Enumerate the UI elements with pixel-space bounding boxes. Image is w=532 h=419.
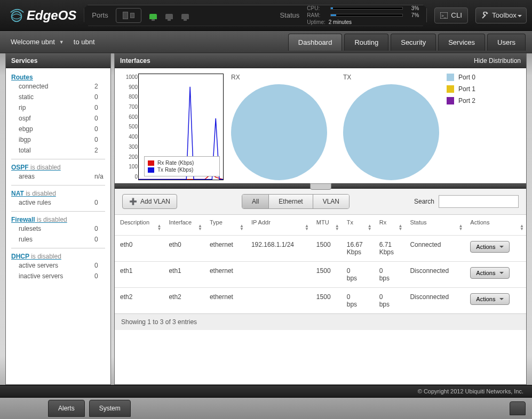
filter-ethernet[interactable]: Ethernet [269,195,313,208]
sidebar-section-firewall[interactable]: Firewall is disabled [11,216,105,223]
welcome-text[interactable]: Welcome ubnt [11,38,55,46]
sidebar-body: Routesconnected2static0rip0ospf0ebgp0ibg… [6,68,110,384]
eth0-port-icon [149,12,157,19]
table-row: eth0eth0ethernet192.168.1.1/24150016.67K… [115,236,526,262]
tx-legend-label: Tx Rate (Kbps) [157,167,193,173]
status-label: Status [280,11,299,19]
sidebar-header: Services [6,54,110,68]
col-interface[interactable]: Interface▲▼ [163,215,204,236]
uptime-value: 2 minutes [329,19,352,25]
sidebar-row: ebgp0 [11,124,105,134]
svg-text:>_: >_ [441,13,447,18]
sidebar-row: inactive servers0 [11,271,105,281]
search-label: Search [414,198,434,205]
brand-text: EdgeOS [27,8,76,23]
sidebar-row: connected2 [11,81,105,92]
filter-vlan[interactable]: VLAN [313,195,349,208]
eth1-port-icon [165,12,173,19]
pie-charts: RX TX [231,74,439,180]
hide-distribution-link[interactable]: Hide Distribution [474,57,521,65]
table-row: eth1eth1ethernet15000bps0bpsDisconnected… [115,262,526,288]
col-type[interactable]: Type▲▼ [204,215,246,236]
tx-pie-label: TX [343,74,351,81]
row-actions-button[interactable]: Actions [470,241,510,253]
tx-swatch [148,167,154,173]
eth2-port-icon [181,12,189,19]
sidebar-row: rip0 [11,102,105,113]
sidebar-title: Services [11,57,37,65]
port-legend-item: Port 0 [447,74,475,81]
table-row: eth2eth2ethernet15000bps0bpsDisconnected… [115,288,526,314]
col-actions[interactable]: Actions▲▼ [465,215,526,236]
sidebar-row: rulesets0 [11,223,105,234]
add-vlan-button[interactable]: ➕ Add VLAN [122,194,177,209]
col-ip-addr[interactable]: IP Addr▲▼ [246,215,311,236]
tx-pie [343,84,439,180]
interface-toolbar: ➕ Add VLAN AllEthernetVLAN Search [115,189,526,215]
aux-port-icon [130,13,134,18]
port-icons-group [116,8,141,23]
rx-pie-block: RX [231,74,327,180]
tab-users[interactable]: Users [487,34,526,51]
sidebar-section-nat[interactable]: NAT is disabled [11,190,105,197]
brand-logo: EdgeOS [9,7,76,23]
filter-segment: AllEthernetVLAN [242,194,350,209]
sidebar-section-routes[interactable]: Routes [11,74,105,81]
topbar: EdgeOS Ports Status CPU: 3% [0,0,532,31]
console-port-icon [123,12,128,19]
port-legend: Port 0Port 1Port 2 [447,74,475,104]
secondbar: Welcome ubnt ▼ to ubnt DashboardRoutingS… [0,31,532,53]
splitter[interactable] [115,183,526,189]
sidebar-row: ibgp0 [11,134,105,145]
to-text: to ubnt [74,38,95,46]
globe-icon [9,7,25,23]
row-actions-button[interactable]: Actions [470,267,510,279]
tab-security[interactable]: Security [391,34,436,51]
chevron-down-icon[interactable]: ▼ [59,39,64,45]
rx-pie-label: RX [231,74,240,81]
col-mtu[interactable]: MTU▲▼ [311,215,342,236]
ram-pct: 7% [406,12,419,18]
col-status[interactable]: Status▲▼ [404,215,465,236]
cpu-meter [330,7,403,10]
sidebar-row: active servers0 [11,260,105,271]
table-header-row: Description▲▼Interface▲▼Type▲▼IP Addr▲▼M… [115,215,526,236]
col-description[interactable]: Description▲▼ [115,215,163,236]
tab-routing[interactable]: Routing [344,34,388,51]
ram-meter [330,14,403,17]
filter-all[interactable]: All [242,195,269,208]
copyright-bar: © Copyright 2012 Ubiquiti Networks, Inc. [0,385,532,398]
plus-icon: ➕ [129,198,137,205]
uptime-label: Uptime: [307,19,325,25]
port-legend-item: Port 1 [447,85,475,93]
bottom-toggle-button[interactable] [510,401,526,415]
terminal-icon: >_ [440,12,448,19]
wrench-icon [481,12,489,19]
port-legend-item: Port 2 [447,97,475,104]
copyright-text: © Copyright 2012 Ubiquiti Networks, Inc. [418,388,523,394]
search-input[interactable] [439,195,519,208]
sidebar-panel: Services Routesconnected2static0rip0ospf… [5,53,111,385]
bottom-bar: Alerts System [0,398,532,419]
tx-pie-block: TX [343,74,439,180]
ports-label: Ports [92,11,108,19]
alerts-button[interactable]: Alerts [48,400,85,417]
content-title: Interfaces [120,57,150,65]
sidebar-section-ospf[interactable]: OSPF is disabled [11,164,105,171]
table-body: eth0eth0ethernet192.168.1.1/24150016.67K… [115,236,526,314]
toolbox-button[interactable]: Toolbox [475,7,527,23]
sidebar-row: active rules0 [11,197,105,208]
svg-point-0 [12,11,22,21]
col-rx[interactable]: Rx▲▼ [374,215,405,236]
splitter-handle[interactable] [310,183,331,190]
rx-swatch [148,160,154,166]
row-actions-button[interactable]: Actions [470,293,510,305]
tab-services[interactable]: Services [438,34,485,51]
interface-table: Description▲▼Interface▲▼Type▲▼IP Addr▲▼M… [115,215,526,313]
system-button[interactable]: System [89,400,131,417]
col-tx[interactable]: Tx▲▼ [342,215,374,236]
cli-button[interactable]: >_ CLI [434,7,468,23]
ram-label: RAM: [307,12,327,18]
sidebar-section-dhcp[interactable]: DHCP is disabled [11,253,105,260]
tab-dashboard[interactable]: Dashboard [288,34,343,51]
